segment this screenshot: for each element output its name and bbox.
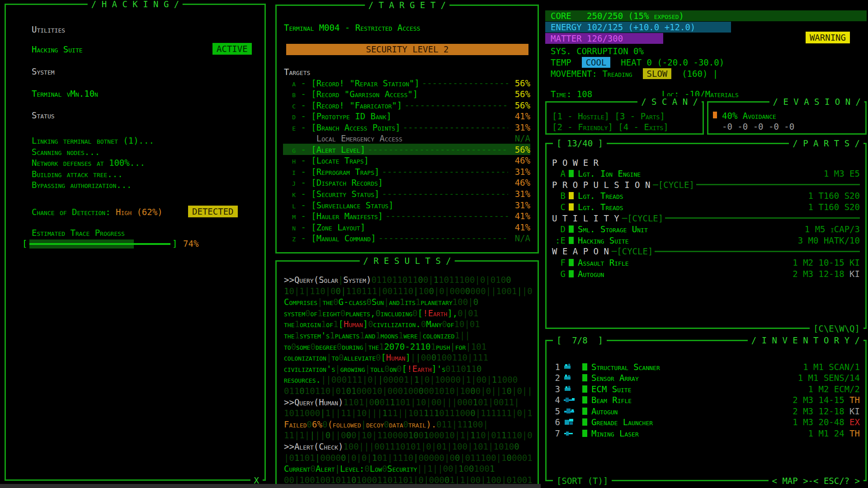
target-row[interactable]: i - [Reprogram Traps]-------------------… [283,166,530,177]
inventory-item-number: 6 [552,417,560,427]
target-row[interactable]: j - [Dispatch Records]46% [283,177,530,188]
binary-noise: 0 [326,430,330,440]
target-row-dashes: ----------------------------------------… [378,233,508,244]
inventory-item-row[interactable]: 6Grenade Launcher1 M3 20-48 EX [552,417,860,428]
parts-cycle-button[interactable]: ─[CYCLE] [653,179,694,190]
grenade-launcher-icon [563,418,576,426]
results-text: r [307,441,310,451]
parts-cycle-button[interactable]: ─[CYCLE] [612,246,653,257]
results-text: i [381,308,384,318]
parts-item-row[interactable]: BLgt. Treads1 T160 S20 [552,190,860,202]
binary-noise: 1 [317,308,322,318]
target-row[interactable]: c - [Record! "Fabricator"]--------------… [283,99,530,111]
target-row[interactable]: k - [Security Status]-------------------… [283,188,530,200]
binary-noise: 0 [455,286,460,296]
results-text: h [288,330,291,340]
target-row[interactable]: e - [Branch Access Points]--------------… [283,122,530,133]
target-row-key: m [283,211,296,221]
binary-noise: 0 [434,453,439,463]
target-row[interactable]: g - [Alert Level]-----------------------… [283,144,530,155]
binary-noise: 0 [460,408,465,418]
inventory-item-info: 1 M1 SENS/14 [798,372,860,383]
binary-noise: 0 [403,419,408,429]
target-row-percent: 56% [510,78,530,89]
binary-noise: | [413,453,418,463]
results-text: v [358,352,362,362]
binary-noise: 1 [299,453,304,463]
target-row-key: d [283,111,296,122]
binary-noise: | [341,286,346,296]
binary-noise: 0 [418,275,423,285]
binary-noise: 0 [462,397,467,407]
results-line: resources.||000111|0||00001|1|0|10000|1|… [284,374,535,385]
parts-cycle-button[interactable]: ─[CYCLE] [622,213,664,224]
movement-label: MOVEMENT: Treading [551,69,632,79]
results-text: r [410,330,414,340]
inventory-item-row[interactable]: 1Structural Scanner1 M1 SCAN/1 [552,361,860,372]
results-text: n [412,319,416,329]
parts-item-row[interactable]: FAssault Rifle1 M2 10-15 KI [552,257,860,268]
inventory-item-number: 4 [552,394,560,405]
parts-item-row[interactable]: GAutogun2 M3 12-18 KI [552,268,860,279]
inventory-sort-button[interactable]: [SORT (T)] [553,475,612,486]
binary-noise: 0 [476,475,481,485]
target-row[interactable]: b - [Record "Garrison Access"]56% [283,89,530,100]
target-row-key: h [283,155,296,166]
binary-noise: | [514,397,519,407]
results-text: e [333,342,337,352]
target-row[interactable]: n - [Zone Layout]41% [283,221,530,233]
parts-item-stat: 2 M3 12-18 [793,269,849,279]
binary-noise: 0 [458,308,462,318]
binary-noise: 1 [367,286,372,296]
inventory-item-row[interactable]: 5Autogun2 M3 12-18 KI [552,405,860,417]
target-row[interactable]: a - [Record! "Repair Station"]----------… [283,77,530,89]
binary-noise: 0 [517,453,522,463]
parts-item-row[interactable]: CLgt. Treads1 T160 S20 [552,201,860,212]
binary-noise: 0 [455,453,460,463]
target-row[interactable]: h - [Locate Traps]46% [283,155,530,166]
results-text: a [415,419,419,429]
results-text: o [447,319,451,329]
binary-noise: 1 [393,408,398,418]
parts-item-row[interactable]: :EHacking Suite3 M0 HATK/10 [552,235,860,246]
inventory-item-row[interactable]: 4Beam Rifle2 M3 14-15 TH [552,394,860,406]
target-row[interactable]: l - [Surveillance Status]31% [283,199,530,211]
target-row-separator: - [296,200,311,211]
results-line: 011010110|010100010|0001000001010|1000|0… [284,385,535,397]
target-row[interactable]: m - [Hauler Manifests]------------------… [283,211,530,222]
binary-noise: | [330,408,335,418]
results-text: S [387,464,392,474]
scan-row-friendly-exits[interactable]: [2 - Friendly] [4 - Exits] [552,122,669,132]
results-text: z [305,364,309,374]
energy-text: ENERGY 102/125 (+10.0 +12.0) [551,22,695,33]
inventory-item-row[interactable]: 7Mining Laser1 M1 24 TH [552,427,860,439]
part-state-icon [569,237,574,244]
results-text: r [326,342,330,352]
target-row-name: [Branch Access Points] [311,122,400,133]
results-text: ' [437,364,442,374]
map-esc-buttons[interactable]: < MAP >-< ESC/? > [769,475,863,486]
target-row[interactable]: Local Emergency AccessN/A [283,133,530,144]
results-text: c [423,330,426,340]
results-text: m [302,308,305,318]
binary-noise: 0 [336,375,341,385]
parts-item-row[interactable]: ALgt. Ion Engine1 M3 E5 [552,168,860,179]
results-text: m [292,297,296,307]
binary-noise: 1 [320,386,325,396]
target-row-separator: - [296,166,311,177]
parts-item-row[interactable]: DSml. Storage Unit1 M5 iCAP/3 [552,224,860,235]
results-text: d [342,342,345,352]
inventory-item-row[interactable]: 3ECM Suite1 M2 ECM/2 [552,383,860,394]
binary-noise: 1 [377,475,382,485]
binary-noise: 1 [476,453,481,463]
results-text: e [314,330,317,340]
parts-footer-hotkeys[interactable]: [C\E\W\Q] [810,323,863,334]
target-row[interactable]: d - [Prototype ID Bank]41% [283,111,530,122]
status-hud: CORE 250/250 (15% exposed) ENERGY 102/12… [545,0,868,99]
binary-noise: 1 [434,386,439,396]
target-row[interactable]: z - [Manual Command]--------------------… [283,233,530,244]
scan-row-hostile-parts[interactable]: [1 - Hostile] [3 - Parts] [552,111,665,122]
parts-item-stat: KI [849,258,860,267]
inventory-item-row[interactable]: 2Sensor Array1 M1 SENS/14 [552,372,860,384]
results-text: t [310,441,314,451]
